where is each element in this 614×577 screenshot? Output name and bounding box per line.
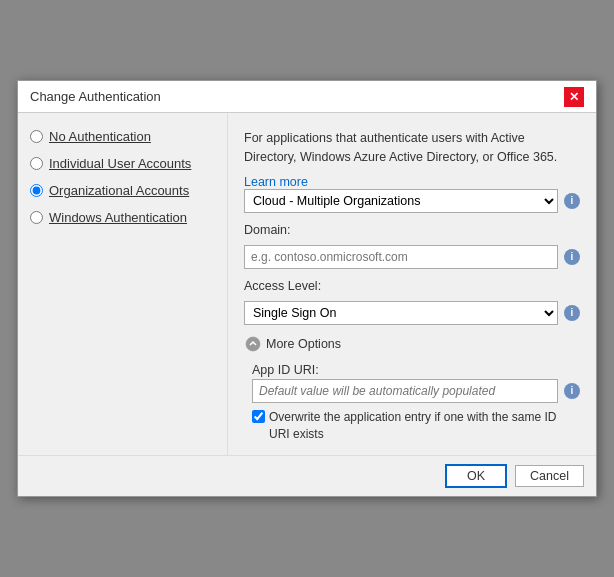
change-authentication-dialog: Change Authentication ✕ No Authenticatio… (17, 80, 597, 496)
description-text: For applications that authenticate users… (244, 129, 580, 167)
cloud-info-icon[interactable]: i (564, 193, 580, 209)
app-id-input-row: i (252, 379, 580, 403)
domain-input[interactable] (244, 245, 558, 269)
checkbox-row: Overwrite the application entry if one w… (252, 409, 580, 443)
cloud-dropdown-row: Cloud - Multiple Organizations Cloud - S… (244, 189, 580, 213)
more-options-toggle[interactable] (244, 335, 262, 353)
app-id-info-icon[interactable]: i (564, 383, 580, 399)
sidebar: No Authentication Individual User Accoun… (18, 113, 228, 454)
dialog-body: No Authentication Individual User Accoun… (18, 113, 596, 454)
cloud-dropdown[interactable]: Cloud - Multiple Organizations Cloud - S… (244, 189, 558, 213)
radio-windows-label: Windows Authentication (49, 210, 187, 225)
overwrite-label: Overwrite the application entry if one w… (269, 409, 580, 443)
title-bar: Change Authentication ✕ (18, 81, 596, 113)
ok-button[interactable]: OK (445, 464, 507, 488)
dialog-footer: OK Cancel (18, 455, 596, 496)
access-level-dropdown[interactable]: Single Sign On Read Read and Write (244, 301, 558, 325)
access-level-info-icon[interactable]: i (564, 305, 580, 321)
overwrite-checkbox[interactable] (252, 410, 265, 423)
more-options-row: More Options (244, 335, 580, 353)
radio-org-label: Organizational Accounts (49, 183, 189, 198)
radio-no-auth[interactable]: No Authentication (30, 129, 215, 144)
app-id-input[interactable] (252, 379, 558, 403)
radio-individual-input[interactable] (30, 157, 43, 170)
dialog-title: Change Authentication (30, 89, 161, 104)
domain-label: Domain: (244, 223, 580, 237)
close-button[interactable]: ✕ (564, 87, 584, 107)
app-id-section: App ID URI: i Overwrite the application … (244, 363, 580, 443)
chevron-up-icon (245, 336, 261, 352)
app-id-label: App ID URI: (252, 363, 580, 377)
main-content: For applications that authenticate users… (228, 113, 596, 454)
domain-info-icon[interactable]: i (564, 249, 580, 265)
cancel-button[interactable]: Cancel (515, 465, 584, 487)
access-level-row: Single Sign On Read Read and Write i (244, 301, 580, 325)
learn-more-link[interactable]: Learn more (244, 175, 580, 189)
radio-individual-label: Individual User Accounts (49, 156, 191, 171)
svg-point-0 (246, 337, 260, 351)
radio-windows[interactable]: Windows Authentication (30, 210, 215, 225)
radio-org[interactable]: Organizational Accounts (30, 183, 215, 198)
radio-org-input[interactable] (30, 184, 43, 197)
more-options-label: More Options (266, 337, 341, 351)
domain-input-row: i (244, 245, 580, 269)
form-section: Cloud - Multiple Organizations Cloud - S… (244, 189, 580, 443)
radio-individual[interactable]: Individual User Accounts (30, 156, 215, 171)
access-level-label: Access Level: (244, 279, 580, 293)
radio-no-auth-label: No Authentication (49, 129, 151, 144)
radio-no-auth-input[interactable] (30, 130, 43, 143)
radio-windows-input[interactable] (30, 211, 43, 224)
